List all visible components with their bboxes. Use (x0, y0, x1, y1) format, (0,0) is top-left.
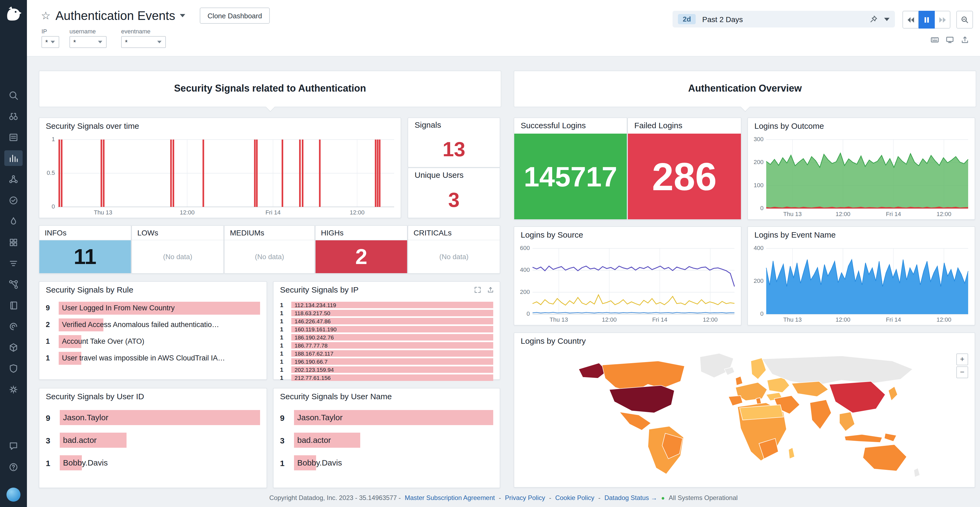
pause-button[interactable] (919, 11, 935, 29)
template-var-eventname-select[interactable]: * (121, 36, 166, 48)
widget-signals-by-rule[interactable]: Security Signals by Rule 9User Logged In… (39, 281, 267, 380)
software-cube-icon[interactable] (4, 340, 22, 355)
timeseries-chart[interactable]: Thu 1312:00Fri 1412:000200400600 (515, 243, 740, 324)
keyboard-shortcuts-icon[interactable] (931, 35, 939, 44)
widget-logins-by-source[interactable]: Logins by Source Thu 1312:00Fri 1412:000… (514, 226, 741, 325)
widget-failed-logins[interactable]: Failed Logins 286 (627, 118, 741, 220)
user-avatar[interactable] (6, 488, 21, 502)
widget-logins-by-event-name[interactable]: Logins by Event Name Thu 1312:00Fri 1412… (748, 226, 975, 325)
widget-signals-by-user-id[interactable]: Security Signals by User ID 9Jason.Taylo… (39, 388, 267, 488)
toplist-row[interactable]: 1Account Take Over (ATO) (46, 335, 260, 348)
time-range-label: Past 2 Days (702, 15, 743, 24)
template-var-ip-select[interactable]: * (41, 36, 59, 48)
widget-logins-by-country[interactable]: Logins by Country (514, 332, 975, 488)
favorite-star-icon[interactable]: ☆ (41, 10, 51, 21)
logs-spiral-icon[interactable] (4, 319, 22, 334)
widget-unique-users[interactable]: Unique Users 3 (407, 167, 500, 218)
expand-icon[interactable] (474, 286, 481, 293)
title-dropdown-chevron-icon[interactable] (180, 14, 186, 17)
toplist-row[interactable]: 1202.123.159.94 (280, 366, 493, 373)
widget-highs[interactable]: HIGHs 2 (315, 225, 407, 274)
page-title: Authentication Events (56, 8, 175, 23)
widget-mediums[interactable]: MEDIUMs (No data) (224, 225, 315, 274)
toplist-row[interactable]: 1186.190.242.76 (280, 333, 493, 341)
timeseries-chart[interactable]: Thu 1312:00Fri 1412:000200400 (749, 243, 974, 324)
widget-logins-by-outcome[interactable]: Logins by Outcome Thu 1312:00Fri 1412:00… (748, 118, 975, 220)
footer-link-status[interactable]: Datadog Status → (605, 494, 657, 502)
toplist-row[interactable]: 1Bobby.Davis (280, 455, 493, 470)
toplist-row[interactable]: 1186.77.77.78 (280, 341, 493, 349)
widget-signals-by-ip[interactable]: Security Signals by IP 1112.134.234.1191… (273, 281, 500, 380)
svg-text:Fri 14: Fri 14 (886, 210, 901, 217)
search-icon[interactable] (4, 87, 22, 103)
help-icon[interactable] (4, 459, 22, 475)
rewind-button[interactable] (902, 11, 919, 29)
toplist-row[interactable]: 1112.134.234.119 (280, 301, 493, 308)
svg-text:Fri 14: Fri 14 (652, 316, 667, 323)
zoom-explore-button[interactable] (956, 11, 973, 29)
security-shield-icon[interactable] (4, 360, 22, 376)
map-zoom-controls: + − (956, 354, 968, 378)
datadog-logo-icon[interactable] (4, 4, 22, 24)
toplist-row[interactable]: 9User Logged In From New Country (46, 301, 260, 315)
integrations-blocks-icon[interactable] (4, 234, 22, 250)
toplist-row[interactable]: 1160.119.161.190 (280, 325, 493, 332)
toplist-row[interactable]: 1196.190.66.7 (280, 358, 493, 365)
widget-security-signals-over-time[interactable]: Security Signals over time Thu 1312:00Fr… (39, 118, 401, 218)
toplist-row[interactable]: 1212.77.61.156 (280, 374, 493, 381)
watchdog-binoculars-icon[interactable] (4, 108, 22, 124)
chat-feedback-icon[interactable] (4, 438, 22, 454)
forward-button[interactable] (935, 11, 950, 29)
world-choropleth-map[interactable] (556, 350, 933, 483)
toplist-row[interactable]: 2Verified Access Anomalous failed authen… (46, 318, 260, 332)
tv-mode-icon[interactable] (945, 35, 954, 44)
toplist-row[interactable]: 1User travel was impossible in AWS Cloud… (46, 351, 260, 365)
notebooks-icon[interactable] (4, 297, 22, 313)
group-header-security-signals[interactable]: Security Signals related to Authenticati… (39, 70, 501, 107)
service-map-icon[interactable] (4, 276, 22, 292)
apm-flame-icon[interactable] (4, 214, 22, 229)
widget-title: Logins by Event Name (748, 227, 975, 243)
toplist-row[interactable]: 1118.63.217.50 (280, 309, 493, 316)
infrastructure-hosts-icon[interactable] (4, 171, 22, 187)
widget-signals-count[interactable]: Signals 13 (407, 118, 500, 167)
widget-successful-logins[interactable]: Successful Logins 145717 (514, 118, 627, 220)
footer-link-privacy[interactable]: Privacy Policy (505, 494, 545, 502)
chevron-down-icon (98, 41, 102, 43)
time-range-selector[interactable]: 2d Past 2 Days (673, 11, 895, 27)
footer-link-msa[interactable]: Master Subscription Agreement (405, 494, 495, 502)
toplist-value: 1 (280, 342, 287, 348)
timeseries-chart[interactable]: Thu 1312:00Fri 1412:000100200300 (749, 134, 974, 218)
events-list-icon[interactable] (4, 129, 22, 145)
map-zoom-in-button[interactable]: + (956, 354, 968, 365)
toplist-row[interactable]: 3bad.actor (46, 433, 260, 448)
widget-lows[interactable]: LOWs (No data) (131, 225, 224, 274)
time-range-badge[interactable]: 2d (678, 14, 696, 24)
toplist-row[interactable]: 9Jason.Taylor (46, 410, 260, 425)
widget-signals-by-user-name[interactable]: Security Signals by User Name 9Jason.Tay… (273, 388, 500, 488)
pin-icon[interactable] (870, 15, 878, 23)
share-upload-icon[interactable] (961, 35, 969, 44)
time-dropdown-chevron-icon[interactable] (884, 18, 889, 21)
monitors-check-icon[interactable] (4, 192, 22, 208)
timeseries-chart[interactable]: Thu 1312:00Fri 1412:0000.51 (40, 134, 399, 217)
toplist-row[interactable]: 3bad.actor (280, 433, 493, 448)
toplist-label: 118.63.217.50 (294, 309, 492, 316)
settings-gear-icon[interactable] (4, 381, 22, 397)
widget-infos[interactable]: INFOs 11 (39, 225, 131, 274)
export-icon[interactable] (487, 286, 494, 293)
footer-link-cookie[interactable]: Cookie Policy (555, 494, 594, 502)
pipelines-filter-icon[interactable] (4, 255, 22, 271)
toplist-row[interactable]: 9Jason.Taylor (280, 410, 493, 425)
group-header-auth-overview[interactable]: Authentication Overview (514, 70, 976, 107)
map-zoom-out-button[interactable]: − (956, 367, 968, 378)
clone-dashboard-button[interactable]: Clone Dashboard (200, 8, 269, 24)
signals-value: 13 (408, 132, 500, 167)
dashboards-icon[interactable] (4, 150, 22, 166)
widget-criticals[interactable]: CRITICALs (No data) (407, 225, 500, 274)
template-var-username-select[interactable]: * (70, 36, 107, 48)
toplist-row[interactable]: 1146.226.47.86 (280, 317, 493, 324)
toplist-label: 188.167.62.117 (294, 350, 492, 356)
toplist-row[interactable]: 1Bobby.Davis (46, 455, 260, 470)
toplist-row[interactable]: 1188.167.62.117 (280, 350, 493, 357)
